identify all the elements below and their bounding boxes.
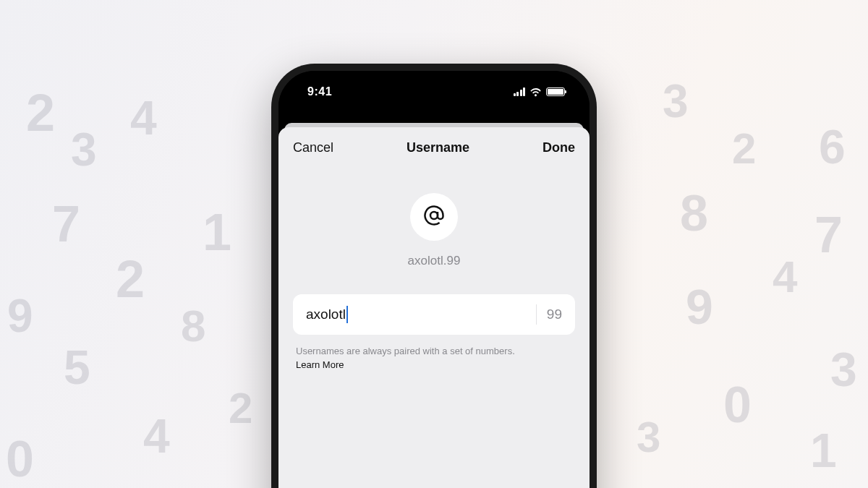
bg-number: 4 xyxy=(130,94,157,142)
learn-more-link[interactable]: Learn More xyxy=(296,359,344,370)
sheet-title: Username xyxy=(407,140,469,155)
username-number-suffix: 99 xyxy=(547,307,562,322)
bg-number: 3 xyxy=(71,127,97,173)
dynamic-island xyxy=(393,81,475,103)
sheet-content: axolotl.99 axolotl 99 Usernames are alwa… xyxy=(278,168,590,371)
bg-number: 3 xyxy=(830,346,857,393)
bg-number: 6 xyxy=(819,123,846,171)
status-icons xyxy=(514,87,566,97)
bg-number: 3 xyxy=(663,78,689,124)
text-cursor xyxy=(346,306,348,323)
modal-sheet: Cancel Username Done axolotl.99 axolotl xyxy=(278,127,590,488)
bg-number: 4 xyxy=(773,254,797,299)
bg-number: 7 xyxy=(52,199,80,249)
bg-number: 7 xyxy=(814,210,843,260)
bg-number: 2 xyxy=(116,253,145,305)
svg-point-0 xyxy=(430,212,438,219)
done-button[interactable]: Done xyxy=(542,140,575,155)
cellular-signal-icon xyxy=(514,87,526,96)
bg-number: 8 xyxy=(680,188,708,239)
bg-number: 3 xyxy=(637,416,660,459)
bg-number: 9 xyxy=(7,293,33,339)
bg-number: 1 xyxy=(203,206,231,258)
helper-line: Usernames are always paired with a set o… xyxy=(296,345,572,358)
at-symbol-badge xyxy=(410,193,458,241)
bg-number: 0 xyxy=(723,380,752,430)
sheet-header: Cancel Username Done xyxy=(278,127,590,168)
username-input[interactable]: axolotl xyxy=(306,306,526,323)
bg-number: 2 xyxy=(26,87,55,139)
phone-screen: 9:41 Cancel xyxy=(278,71,590,488)
sheet-backdrop xyxy=(278,113,590,123)
bg-number: 5 xyxy=(64,343,90,391)
wifi-icon xyxy=(529,87,542,97)
username-input-container[interactable]: axolotl 99 xyxy=(293,294,575,335)
bg-number: 4 xyxy=(143,412,170,460)
bg-number: 2 xyxy=(732,127,756,171)
username-input-value: axolotl xyxy=(306,307,346,322)
cancel-button[interactable]: Cancel xyxy=(293,140,333,155)
at-icon xyxy=(423,205,445,229)
bg-number: 2 xyxy=(229,387,252,430)
bg-number: 0 xyxy=(6,434,34,484)
status-time: 9:41 xyxy=(307,85,332,98)
username-preview: axolotl.99 xyxy=(408,254,461,268)
bg-number: 8 xyxy=(181,304,205,348)
helper-text: Usernames are always paired with a set o… xyxy=(293,345,575,371)
bg-number: 9 xyxy=(686,282,713,331)
input-divider xyxy=(536,304,537,325)
phone-frame: 9:41 Cancel xyxy=(271,64,597,488)
battery-icon xyxy=(546,87,565,96)
bg-number: 1 xyxy=(810,427,837,474)
